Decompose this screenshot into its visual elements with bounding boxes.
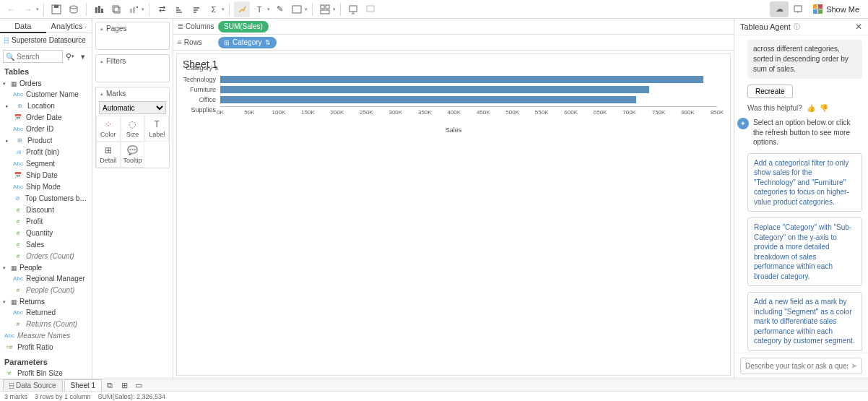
axis-tick: 0K (217, 109, 224, 116)
field-profit-bin[interactable]: .ılıProfit (bin) (0, 147, 92, 158)
svg-rect-4 (98, 6, 100, 13)
new-datasource-button[interactable] (66, 1, 82, 17)
recreate-button[interactable]: Recreate (747, 85, 793, 98)
feedback-row-1: Was this helpful? 👍 👎 (747, 104, 862, 112)
publish-icon[interactable]: ☁ (770, 1, 789, 17)
marks-detail[interactable]: ⊞Detail (96, 142, 121, 168)
search-input[interactable]: 🔍 (3, 50, 63, 63)
labels-button[interactable]: T (251, 1, 267, 17)
field-location[interactable]: ▸⊕Location (0, 100, 92, 112)
info-icon[interactable]: ⓘ (794, 22, 800, 32)
chart-view[interactable]: Category⇅ TechnologyFurnitureOffice Supp… (177, 74, 730, 375)
fit-button[interactable] (289, 1, 305, 17)
filter-fields-button[interactable]: ⚲▾ (64, 51, 76, 62)
marks-color[interactable]: ⁘Color (96, 116, 121, 142)
field-regional-manager[interactable]: AbcRegional Manager (0, 273, 92, 285)
duplicate-button[interactable] (108, 1, 124, 17)
agent-option-1[interactable]: Add a categorical filter to only show sa… (747, 153, 862, 212)
bar[interactable] (220, 76, 703, 83)
forward-button[interactable]: → (20, 1, 36, 17)
axis-tick: 550K (535, 109, 549, 116)
pages-card[interactable]: ▴Pages (95, 22, 170, 50)
field-product[interactable]: ▸⊞Product (0, 135, 92, 147)
database-icon: ⌸ (4, 36, 9, 44)
swap-button[interactable]: ⇄ (154, 1, 170, 17)
field-customer-name[interactable]: AbcCustomer Name (0, 89, 92, 100)
tab-data[interactable]: Data (0, 19, 46, 33)
sort-desc-button[interactable] (188, 1, 204, 17)
format-button[interactable]: ✎ (272, 1, 287, 17)
field-order-date[interactable]: 📅Order Date (0, 112, 92, 124)
share-button[interactable] (363, 1, 378, 17)
clear-button[interactable] (126, 1, 142, 17)
filters-card[interactable]: ▴Filters (95, 54, 170, 82)
field-ship-mode[interactable]: AbcShip Mode (0, 181, 92, 193)
axis-tick: 700K (622, 109, 636, 116)
marks-size[interactable]: ◌Size (121, 116, 145, 142)
field-quantity[interactable]: #Quantity (0, 228, 92, 239)
show-me-label: Show Me (826, 5, 859, 14)
field-measure-names[interactable]: AbcMeasure Names (0, 330, 92, 342)
new-sheet-button[interactable] (91, 1, 107, 17)
axis-tick: 350K (418, 109, 432, 116)
datasource-row[interactable]: ⌸ Superstore Datasource (0, 33, 92, 48)
field-segment[interactable]: AbcSegment (0, 158, 92, 170)
totals-button[interactable]: Σ (206, 1, 222, 17)
field-people-count[interactable]: #People (Count) (0, 285, 92, 296)
tab-analytics[interactable]: Analytics‹ (46, 19, 92, 33)
bar[interactable] (220, 96, 636, 103)
sort-asc-button[interactable] (171, 1, 187, 17)
svg-rect-12 (326, 5, 329, 9)
save-button[interactable] (48, 1, 64, 17)
sort-icon: ⇅ (265, 39, 271, 46)
axis-tick: 450K (477, 109, 490, 116)
new-story-button[interactable]: ▭ (132, 379, 145, 391)
rows-shelf[interactable]: ≡Rows ⊞Category⇅ (173, 35, 734, 51)
close-agent-button[interactable]: ✕ (855, 22, 862, 32)
agent-prompt-input[interactable]: ➤ (740, 358, 862, 374)
new-dashboard-button[interactable]: ⊞ (118, 379, 131, 391)
data-pane: Data Analytics‹ ⌸ Superstore Datasource … (0, 19, 92, 379)
field-returned[interactable]: AbcReturned (0, 307, 92, 319)
field-profit-ratio[interactable]: =#Profit Ratio (0, 342, 92, 353)
marks-tooltip[interactable]: 💬Tooltip (121, 142, 145, 168)
parameters-header: Parameters (0, 356, 92, 368)
table-people[interactable]: ▾▦People (0, 262, 92, 273)
agent-option-3[interactable]: Add a new field as a mark by including "… (747, 292, 862, 351)
field-profit[interactable]: #Profit (0, 216, 92, 228)
new-worksheet-button[interactable]: ⧉ (103, 379, 116, 391)
send-icon[interactable]: ➤ (851, 361, 857, 371)
thumbs-up-icon[interactable]: 👍 (807, 104, 815, 112)
pill-category[interactable]: ⊞Category⇅ (218, 37, 277, 48)
param-profit-bin-size[interactable]: #Profit Bin Size (0, 368, 92, 379)
field-sales[interactable]: #Sales (0, 239, 92, 251)
tab-sheet-1[interactable]: Sheet 1 (64, 379, 102, 391)
table-orders[interactable]: ▾▦Orders (0, 78, 92, 89)
show-me-button[interactable]: Show Me (807, 1, 865, 17)
field-orders-count[interactable]: #Orders (Count) (0, 251, 92, 262)
pill-sum-sales[interactable]: SUM(Sales) (218, 21, 269, 33)
mark-type-select[interactable]: Automatic (99, 101, 166, 114)
guide-button[interactable] (790, 1, 806, 17)
agent-option-2[interactable]: Replace "Category" with "Sub-Category" o… (747, 217, 862, 286)
field-ship-date[interactable]: 📅Ship Date (0, 170, 92, 181)
size-icon: ◌ (129, 119, 136, 129)
thumbs-down-icon[interactable]: 👎 (820, 104, 828, 112)
bar[interactable] (220, 86, 649, 93)
svg-rect-5 (101, 9, 103, 13)
dashboard-button[interactable] (317, 1, 333, 17)
table-returns[interactable]: ▾▦Returns (0, 296, 92, 307)
tab-data-source[interactable]: ⌸Data Source (3, 379, 63, 391)
field-top-customers[interactable]: ⊘Top Customers by P... (0, 193, 92, 204)
field-order-id[interactable]: AbcOrder ID (0, 124, 92, 135)
sheet-title[interactable]: Sheet 1 (177, 54, 730, 74)
field-returns-count[interactable]: #Returns (Count) (0, 319, 92, 330)
marks-label[interactable]: TLabel (144, 116, 169, 142)
highlight-button[interactable] (234, 1, 250, 17)
field-discount[interactable]: #Discount (0, 204, 92, 216)
fields-menu-button[interactable]: ▾ (77, 51, 89, 62)
presentation-button[interactable] (345, 1, 361, 17)
columns-shelf[interactable]: ≣Columns SUM(Sales) (173, 19, 734, 35)
back-button[interactable]: ← (3, 1, 19, 17)
axis-tick: 850K (711, 109, 724, 116)
